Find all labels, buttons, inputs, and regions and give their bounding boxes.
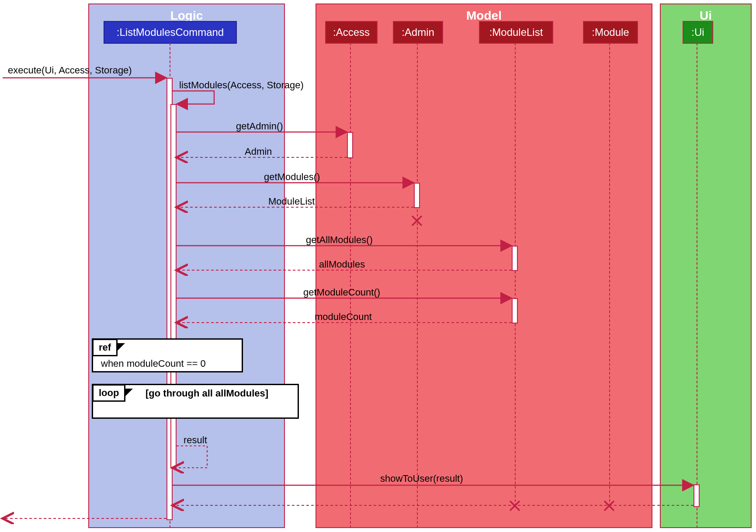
activation-ui — [694, 484, 700, 507]
msg-getallmodules: getAllModules() — [306, 234, 373, 246]
fragment-notch-icon — [124, 389, 133, 397]
fragment-notch-icon — [116, 343, 125, 352]
msg-getadmin: getAdmin() — [236, 121, 283, 132]
head-ui-label: :Ui — [691, 26, 704, 38]
lifeline-ui — [697, 43, 697, 528]
head-ui: :Ui — [683, 21, 713, 44]
msg-getmodulecount: getModuleCount() — [303, 287, 380, 298]
head-admin-label: :Admin — [402, 26, 434, 38]
destroy-module-icon — [603, 500, 615, 511]
lifeline-module — [609, 43, 610, 506]
activation-modulelist-2 — [512, 298, 518, 323]
msg-ret-modulelist: ModuleList — [268, 196, 315, 207]
msg-listmodules: listModules(Access, Storage) — [179, 80, 304, 91]
fragment-ref-text: when moduleCount == 0 — [101, 358, 206, 369]
fragment-loop: loop [go through all allModules] — [92, 384, 299, 419]
fragment-ref: ref when moduleCount == 0 — [92, 338, 243, 372]
group-model: Model — [316, 3, 652, 528]
msg-result: result — [184, 435, 207, 446]
fragment-loop-text: [go through all allModules] — [146, 388, 268, 399]
activation-admin — [414, 183, 420, 208]
head-module-label: :Module — [592, 26, 629, 38]
msg-ret-admin: Admin — [245, 146, 272, 157]
msg-showtouser: showToUser(result) — [380, 473, 463, 484]
group-ui: Ui — [660, 3, 752, 528]
destroy-modulelist-icon — [509, 500, 520, 511]
msg-execute: execute(Ui, Access, Storage) — [8, 65, 132, 76]
activation-modulelist-1 — [512, 246, 518, 271]
fragment-loop-label: loop — [92, 384, 125, 402]
head-listmodulescommand: :ListModulesCommand — [104, 21, 237, 44]
sequence-diagram: Logic Model Ui :ListModulesCommand :Acce… — [0, 0, 756, 532]
head-access: :Access — [325, 21, 378, 44]
head-access-label: :Access — [333, 26, 370, 38]
activation-access — [347, 132, 353, 158]
msg-ret-modulecount: moduleCount — [315, 311, 372, 323]
msg-ret-allmodules: allModules — [319, 259, 365, 270]
head-modulelist: :ModuleList — [479, 21, 553, 44]
fragment-ref-label: ref — [92, 339, 118, 356]
msg-getmodules: getModules() — [264, 171, 320, 183]
destroy-admin-icon — [411, 215, 423, 226]
lifeline-modulelist — [515, 43, 516, 506]
head-modulelist-label: :ModuleList — [489, 26, 543, 38]
head-admin: :Admin — [393, 21, 443, 44]
head-module: :Module — [583, 21, 638, 44]
lifeline-access — [350, 43, 351, 528]
lifeline-admin — [417, 43, 418, 528]
head-listmodulescommand-label: :ListModulesCommand — [117, 26, 224, 38]
